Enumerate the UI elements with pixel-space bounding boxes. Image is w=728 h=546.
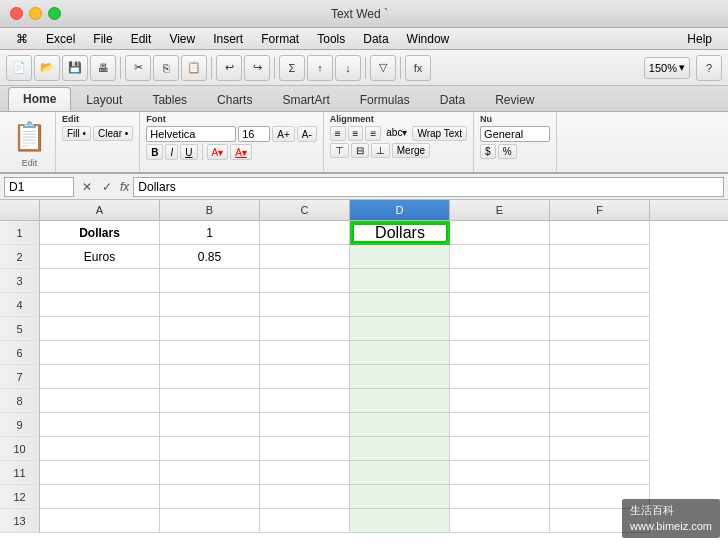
- cell-E4[interactable]: [450, 293, 550, 317]
- cell-reference-box[interactable]: D1: [4, 177, 74, 197]
- cell-E8[interactable]: [450, 389, 550, 413]
- cell-B6[interactable]: [160, 341, 260, 365]
- tab-formulas[interactable]: Formulas: [345, 88, 425, 111]
- filter-button[interactable]: ▽: [370, 55, 396, 81]
- sort-asc-button[interactable]: ↑: [307, 55, 333, 81]
- cell-A11[interactable]: [40, 461, 160, 485]
- tab-charts[interactable]: Charts: [202, 88, 267, 111]
- cell-F8[interactable]: [550, 389, 650, 413]
- cell-B12[interactable]: [160, 485, 260, 509]
- cell-C4[interactable]: [260, 293, 350, 317]
- cell-B5[interactable]: [160, 317, 260, 341]
- row-header-10[interactable]: 10: [0, 437, 40, 461]
- save-button[interactable]: 💾: [62, 55, 88, 81]
- align-left-btn[interactable]: ≡: [330, 126, 346, 141]
- font-size-up-btn[interactable]: A+: [272, 126, 295, 142]
- fill-button[interactable]: Fill •: [62, 126, 91, 141]
- sort-desc-button[interactable]: ↓: [335, 55, 361, 81]
- zoom-control[interactable]: 150% ▾: [644, 57, 690, 79]
- minimize-button[interactable]: [29, 7, 42, 20]
- cell-C9[interactable]: [260, 413, 350, 437]
- col-header-F[interactable]: F: [550, 200, 650, 220]
- menu-help[interactable]: Help: [679, 30, 720, 48]
- align-bottom-btn[interactable]: ⊥: [371, 143, 390, 158]
- cell-D7[interactable]: [350, 365, 450, 389]
- align-right-btn[interactable]: ≡: [365, 126, 381, 141]
- cell-C8[interactable]: [260, 389, 350, 413]
- cell-C7[interactable]: [260, 365, 350, 389]
- cell-B11[interactable]: [160, 461, 260, 485]
- cell-A2[interactable]: Euros: [40, 245, 160, 269]
- row-header-5[interactable]: 5: [0, 317, 40, 341]
- number-format-input[interactable]: [480, 126, 550, 142]
- cell-A1[interactable]: Dollars: [40, 221, 160, 245]
- cell-D5[interactable]: [350, 317, 450, 341]
- cell-C10[interactable]: [260, 437, 350, 461]
- align-center-btn[interactable]: ≡: [348, 126, 364, 141]
- menu-apple[interactable]: ⌘: [8, 30, 36, 48]
- cancel-formula-icon[interactable]: ✕: [78, 178, 96, 196]
- cell-F5[interactable]: [550, 317, 650, 341]
- menu-data[interactable]: Data: [355, 30, 396, 48]
- cell-E9[interactable]: [450, 413, 550, 437]
- tab-tables[interactable]: Tables: [137, 88, 202, 111]
- col-header-C[interactable]: C: [260, 200, 350, 220]
- cell-F7[interactable]: [550, 365, 650, 389]
- row-header-8[interactable]: 8: [0, 389, 40, 413]
- new-button[interactable]: 📄: [6, 55, 32, 81]
- cell-B10[interactable]: [160, 437, 260, 461]
- cell-B7[interactable]: [160, 365, 260, 389]
- col-header-D[interactable]: D: [350, 200, 450, 220]
- cell-E10[interactable]: [450, 437, 550, 461]
- font-size-down-btn[interactable]: A-: [297, 126, 317, 142]
- formula-button[interactable]: fx: [405, 55, 431, 81]
- percent-btn[interactable]: %: [498, 144, 517, 159]
- cell-C6[interactable]: [260, 341, 350, 365]
- tab-smartart[interactable]: SmartArt: [267, 88, 344, 111]
- close-button[interactable]: [10, 7, 23, 20]
- cell-D13[interactable]: [350, 509, 450, 533]
- cell-E7[interactable]: [450, 365, 550, 389]
- cell-F1[interactable]: [550, 221, 650, 245]
- formula-input[interactable]: Dollars: [133, 177, 724, 197]
- tab-layout[interactable]: Layout: [71, 88, 137, 111]
- cell-D6[interactable]: [350, 341, 450, 365]
- row-header-6[interactable]: 6: [0, 341, 40, 365]
- align-middle-btn[interactable]: ⊟: [351, 143, 369, 158]
- font-size-input[interactable]: [238, 126, 270, 142]
- currency-btn[interactable]: $: [480, 144, 496, 159]
- cell-B8[interactable]: [160, 389, 260, 413]
- cell-D3[interactable]: [350, 269, 450, 293]
- cell-C3[interactable]: [260, 269, 350, 293]
- row-header-12[interactable]: 12: [0, 485, 40, 509]
- menu-format[interactable]: Format: [253, 30, 307, 48]
- cell-A13[interactable]: [40, 509, 160, 533]
- cell-D12[interactable]: [350, 485, 450, 509]
- fill-handle[interactable]: [445, 240, 450, 245]
- menu-view[interactable]: View: [161, 30, 203, 48]
- menu-tools[interactable]: Tools: [309, 30, 353, 48]
- font-color-btn[interactable]: A▾: [230, 144, 252, 160]
- row-header-11[interactable]: 11: [0, 461, 40, 485]
- cell-E13[interactable]: [450, 509, 550, 533]
- tab-review[interactable]: Review: [480, 88, 549, 111]
- menu-file[interactable]: File: [85, 30, 120, 48]
- cell-E2[interactable]: [450, 245, 550, 269]
- cell-E12[interactable]: [450, 485, 550, 509]
- row-header-1[interactable]: 1: [0, 221, 40, 245]
- cell-C5[interactable]: [260, 317, 350, 341]
- cell-E6[interactable]: [450, 341, 550, 365]
- row-header-2[interactable]: 2: [0, 245, 40, 269]
- row-header-4[interactable]: 4: [0, 293, 40, 317]
- cell-B9[interactable]: [160, 413, 260, 437]
- help-icon[interactable]: ?: [696, 55, 722, 81]
- merge-btn[interactable]: Merge: [392, 143, 430, 158]
- tab-data[interactable]: Data: [425, 88, 480, 111]
- cell-A8[interactable]: [40, 389, 160, 413]
- cell-A5[interactable]: [40, 317, 160, 341]
- paste-icon[interactable]: 📋: [12, 120, 47, 153]
- maximize-button[interactable]: [48, 7, 61, 20]
- cell-B3[interactable]: [160, 269, 260, 293]
- clear-button[interactable]: Clear •: [93, 126, 133, 141]
- cell-A4[interactable]: [40, 293, 160, 317]
